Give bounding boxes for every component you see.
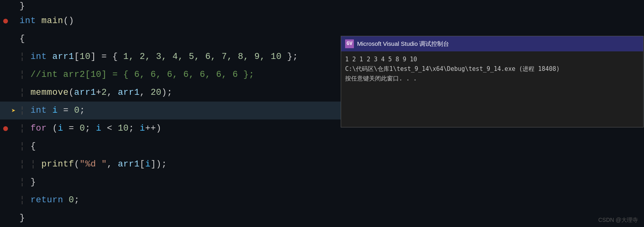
console-icon-text: GV [347, 41, 352, 47]
console-line-2: C:\代码区\仓库1\test_9_14\x64\Debug\test_9_14… [345, 64, 639, 74]
mm-size: 20 [151, 88, 161, 98]
pf-comma: , [107, 159, 118, 169]
code-text-arr1: ¦ int arr1[10] = { 1, 2, 3, 4, 5, 6, 7, … [18, 48, 298, 66]
code-for-close: ¦ } [18, 173, 36, 191]
console-line-3: 按任意键关闭此窗口. . . [345, 74, 639, 83]
bp-ob [2, 30, 10, 48]
console-titlebar: GV Microsoft Visual Studio 调试控制台 [341, 36, 643, 51]
breakpoint-area [2, 0, 10, 12]
code-line-int-i: ➤ ¦ int i = 0; [0, 102, 347, 119]
bp-arr1 [2, 48, 10, 66]
mm-n2: 2 [102, 88, 107, 98]
editor-container: } int main() { ¦ int arr1[10] [0, 0, 644, 227]
code-line-for-close: ¦ } [0, 173, 347, 191]
for-close: } [30, 177, 36, 187]
code-line-close-brace: } [0, 209, 347, 227]
i-semi: ; [80, 106, 85, 115]
mm-plus: + [96, 88, 102, 98]
code-area: } int main() { ¦ int arr1[10] [0, 0, 347, 227]
watermark-text: CSDN @大理寺 [598, 217, 638, 223]
for-i3: i [139, 123, 145, 133]
for-open: { [30, 141, 36, 151]
code-line-memmove: ¦ memmove(arr1+2, arr1, 20); [0, 84, 347, 102]
mm-end: ); [161, 88, 172, 98]
arrow-ob [10, 30, 18, 48]
kw-int: int [20, 16, 41, 26]
arr1-bracket: [ [74, 52, 80, 62]
ret-zero: 0 [69, 195, 74, 205]
i-assign: = [58, 106, 74, 115]
for-pp: ++) [145, 123, 161, 133]
guide-6: ¦ [20, 141, 30, 151]
var-arr1: arr1 [52, 52, 74, 62]
breakpoint-dot-for [3, 126, 8, 131]
bp-i [2, 102, 10, 119]
arrow-i: ➤ [10, 102, 18, 119]
code-return: ¦ return 0; [18, 191, 80, 209]
bp-ret [2, 191, 10, 209]
mm-comma1: , [107, 88, 118, 98]
pf-end: ]); [151, 159, 167, 169]
bp-fc [2, 173, 10, 191]
arr1-end: }; [282, 52, 298, 62]
console-window[interactable]: GV Microsoft Visual Studio 调试控制台 1 2 1 2… [341, 36, 644, 127]
guide-8: ¦ [20, 177, 30, 187]
guide-3: ¦ [20, 88, 30, 98]
code-line-main: int main() [0, 12, 347, 30]
for-i2: i [96, 123, 102, 133]
pf-bracket: [ [139, 159, 145, 169]
arrow-pf [10, 155, 18, 173]
bp-comment [2, 66, 10, 84]
code-close-brace: } [18, 209, 25, 227]
code-memmove: ¦ memmove(arr1+2, arr1, 20); [18, 84, 173, 102]
fn-memmove: memmove [30, 88, 69, 98]
fn-printf: printf [41, 159, 74, 169]
code-open-brace: { [18, 30, 25, 48]
for-semi1: ; [85, 123, 96, 133]
arrow-area [10, 0, 18, 12]
mm-comma2: , [139, 88, 150, 98]
arrow-comment [10, 66, 18, 84]
mm-arg1: arr1 [74, 88, 96, 98]
code-line-for: ¦ for (i = 0; i < 10; i++) [0, 119, 347, 137]
bp-cb [2, 209, 10, 227]
for-semi2: ; [129, 123, 139, 133]
i-val: 0 [74, 106, 80, 115]
for-ten: 10 [118, 123, 129, 133]
guide-4: ¦ [20, 106, 30, 115]
guide-5: ¦ [20, 123, 30, 133]
arrow-fc [10, 173, 18, 191]
code-line-for-brace: ¦ { [0, 137, 347, 155]
code-line-arr1: ¦ int arr1[10] = { 1, 2, 3, 4, 5, 6, 7, … [0, 48, 347, 66]
fn-main: main [41, 16, 63, 26]
var-i: i [52, 106, 58, 115]
arrow-arr1 [10, 48, 18, 66]
kw-return: return [30, 195, 69, 205]
guide-2: ¦ [20, 70, 30, 80]
parens: () [63, 16, 74, 26]
arr1-size: 10 [80, 52, 90, 62]
arrow-for [10, 119, 18, 137]
pf-str: "%d " [80, 159, 107, 169]
mm-args: ( [69, 88, 74, 98]
for-paren: ( [52, 123, 58, 133]
code-int-i: ¦ int i = 0; [18, 102, 85, 119]
code-line-comment: ¦ //int arr2[10] = { 6, 6, 6, 6, 6, 6, 6… [0, 66, 347, 84]
guide-9: ¦ [20, 195, 30, 205]
mm-arg2: arr1 [118, 88, 140, 98]
bp-fb [2, 137, 10, 155]
arr1-vals: 1, 2, 3, 4, 5, 6, 7, 8, 9, 10 [123, 52, 281, 62]
guide-7: ¦ ¦ [20, 159, 41, 169]
for-lt: < [102, 123, 118, 133]
code-line-open-brace: { [0, 30, 347, 48]
arrow-cb [10, 209, 18, 227]
for-eq: = [63, 123, 80, 133]
code-for-brace: ¦ { [18, 137, 36, 155]
console-body: 1 2 1 2 3 4 5 8 9 10 C:\代码区\仓库1\test_9_1… [341, 51, 643, 86]
bp-for [2, 119, 10, 137]
kw-int-arr: int [30, 52, 52, 62]
bp-mm [2, 84, 10, 102]
console-icon: GV [345, 39, 354, 48]
code-line-return: ¦ return 0; [0, 191, 347, 209]
code-line-printf: ¦ ¦ printf("%d ", arr1[i]); [0, 155, 347, 173]
